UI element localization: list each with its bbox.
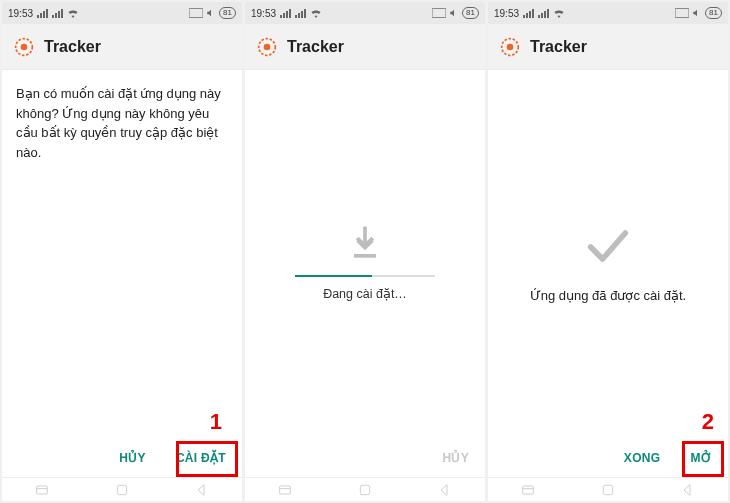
screen-installed: 19:53 81 Tracker Ứng dụng đã được cài đặ…	[488, 2, 728, 501]
svg-rect-3	[37, 486, 48, 494]
open-button[interactable]: MỞ	[684, 443, 718, 473]
screen-installing: 19:53 81 Tracker Đang cài đặt…	[245, 2, 485, 501]
status-bar: 19:53 81	[488, 2, 728, 24]
svg-rect-10	[280, 486, 291, 494]
nav-back-icon[interactable]	[680, 482, 696, 498]
signal-icon	[37, 9, 48, 18]
app-title: Tracker	[44, 38, 101, 56]
sound-icon	[206, 8, 216, 18]
app-icon	[500, 37, 520, 57]
svg-rect-13	[675, 8, 689, 17]
volte-icon	[189, 8, 203, 18]
app-bar: Tracker	[2, 24, 242, 70]
download-icon	[343, 221, 387, 265]
signal-icon	[280, 9, 291, 18]
svg-rect-9	[354, 254, 376, 258]
battery-indicator: 81	[462, 7, 479, 19]
status-bar: 19:53 81	[245, 2, 485, 24]
nav-recent-icon[interactable]	[277, 482, 293, 498]
dialog-actions: HỦY CÀI ĐẶT	[113, 443, 232, 473]
navigation-bar	[2, 477, 242, 501]
battery-indicator: 81	[219, 7, 236, 19]
app-icon	[14, 37, 34, 57]
nav-home-icon[interactable]	[357, 482, 373, 498]
svg-rect-6	[432, 8, 446, 17]
svg-rect-5	[117, 485, 126, 494]
volte-icon	[675, 8, 689, 18]
installed-text: Ứng dụng đã được cài đặt.	[530, 286, 686, 306]
nav-home-icon[interactable]	[600, 482, 616, 498]
cancel-button[interactable]: HỦY	[113, 443, 152, 473]
svg-rect-18	[603, 485, 612, 494]
content-area: Đang cài đặt…	[245, 70, 485, 501]
status-bar: 19:53 81	[2, 2, 242, 24]
svg-point-2	[21, 43, 28, 50]
app-title: Tracker	[530, 38, 587, 56]
nav-recent-icon[interactable]	[520, 482, 536, 498]
nav-back-icon[interactable]	[437, 482, 453, 498]
signal-icon-2	[52, 9, 63, 18]
content-area: Bạn có muốn cài đặt ứng dụng này không? …	[2, 70, 242, 501]
wifi-icon	[553, 8, 565, 18]
signal-icon-2	[295, 9, 306, 18]
status-time: 19:53	[8, 8, 33, 19]
nav-back-icon[interactable]	[194, 482, 210, 498]
svg-point-15	[507, 43, 514, 50]
wifi-icon	[67, 8, 79, 18]
navigation-bar	[488, 477, 728, 501]
install-button[interactable]: CÀI ĐẶT	[170, 443, 232, 473]
svg-rect-12	[360, 485, 369, 494]
signal-icon	[523, 9, 534, 18]
battery-indicator: 81	[705, 7, 722, 19]
content-area: Ứng dụng đã được cài đặt.	[488, 70, 728, 501]
nav-home-icon[interactable]	[114, 482, 130, 498]
sound-icon	[449, 8, 459, 18]
install-progress-bar	[295, 275, 435, 277]
cancel-button-disabled: HỦY	[436, 443, 475, 473]
nav-recent-icon[interactable]	[34, 482, 50, 498]
installing-text: Đang cài đặt…	[323, 285, 407, 304]
app-bar: Tracker	[488, 24, 728, 70]
app-icon	[257, 37, 277, 57]
status-time: 19:53	[494, 8, 519, 19]
volte-icon	[432, 8, 446, 18]
dialog-actions: XONG MỞ	[618, 443, 718, 473]
app-title: Tracker	[287, 38, 344, 56]
svg-rect-0	[189, 8, 203, 17]
checkmark-icon	[582, 220, 634, 272]
svg-rect-16	[523, 486, 534, 494]
status-time: 19:53	[251, 8, 276, 19]
signal-icon-2	[538, 9, 549, 18]
app-bar: Tracker	[245, 24, 485, 70]
svg-point-8	[264, 43, 271, 50]
done-button[interactable]: XONG	[618, 443, 667, 473]
sound-icon	[692, 8, 702, 18]
install-prompt-text: Bạn có muốn cài đặt ứng dụng này không? …	[16, 84, 228, 162]
screen-install-prompt: 19:53 81 Tracker Bạn có muốn cài đặt ứng…	[2, 2, 242, 501]
wifi-icon	[310, 8, 322, 18]
dialog-actions: HỦY	[436, 443, 475, 473]
navigation-bar	[245, 477, 485, 501]
